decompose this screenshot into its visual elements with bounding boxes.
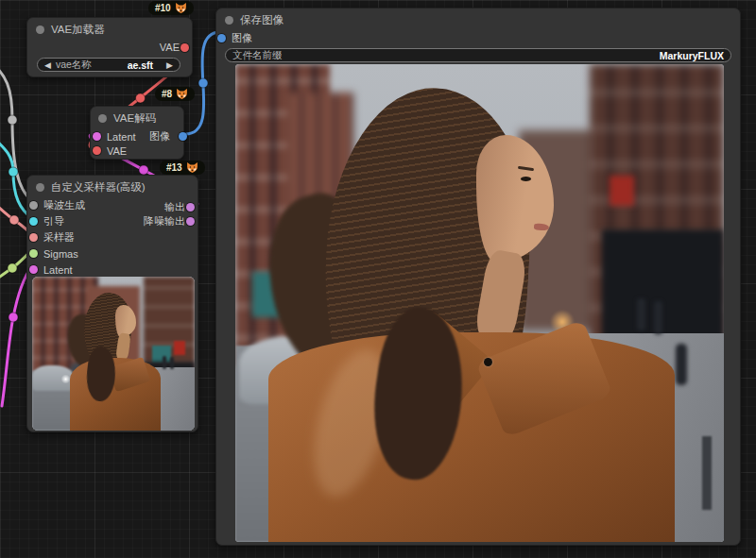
collapse-dot[interactable] [36,183,44,192]
badge-text: #13 [166,162,182,173]
output-label-image: 图像 [149,129,170,144]
output-slot-image[interactable] [179,132,187,141]
woman-lips [534,223,550,230]
combo-label: vae名称 [56,59,92,72]
input-slot-noise[interactable] [29,201,38,210]
input-label-latent: Latent [107,131,136,143]
node-sampler-custom-advanced[interactable]: 自定义采样器(高级) 噪波生成 引导 采样器 Sigmas Latent 输出 … [26,175,198,432]
node-id-badge-decode: #8 [155,87,195,101]
input-slot-guider[interactable] [29,217,38,226]
sampler-image-preview[interactable] [32,277,195,431]
badge-text: #8 [162,89,172,99]
combo-right-arrow[interactable]: ▶ [166,60,173,70]
link-dot-latent[interactable] [9,313,18,322]
pedestrian-2 [654,301,662,334]
output-label-denoised: 降噪输出 [144,214,185,228]
output-slot-denoised[interactable] [186,217,195,226]
input-slot-latent[interactable] [93,132,101,141]
link-dot-vae[interactable] [136,93,146,103]
link-dot-guider[interactable] [9,167,18,177]
fox-icon [175,3,187,13]
node-title: VAE加载器 [51,23,105,37]
pedestrian-1 [637,298,645,330]
storefront-dark-right [602,229,724,341]
input-slot-sampler[interactable] [29,233,38,242]
collapse-dot[interactable] [36,25,44,34]
node-id-badge-loader: #10 [148,1,194,15]
node-title: 自定义采样器(高级) [51,180,146,194]
filename-prefix-label: 文件名前缀 [232,49,283,62]
link-dot-noise[interactable] [8,115,17,125]
input-slot-vae[interactable] [93,146,101,155]
combo-left-arrow[interactable]: ◀ [44,60,51,70]
filename-prefix-value: MarkuryFLUX [660,50,724,61]
pedestrian-3 [676,344,687,385]
pedestrian-small-2 [170,357,174,369]
node-title: 保存图像 [240,13,284,27]
collapse-dot[interactable] [98,114,107,123]
link-dot-sampler[interactable] [9,215,19,225]
node-vae-loader[interactable]: VAE加载器 VAE ◀ vae名称 ae.sft ▶ [26,17,193,77]
node-id-badge-sampler: #13 [160,161,205,175]
input-label-sampler: 采样器 [43,230,75,245]
input-label-guider: 引导 [43,214,64,228]
input-label-sigmas: Sigmas [43,248,78,260]
output-slot-vae[interactable] [180,43,189,52]
input-label-noise: 噪波生成 [43,198,85,212]
output-label-output: 输出 [164,200,185,214]
bollard-2 [702,436,712,510]
fox-icon [176,89,188,99]
collapse-dot[interactable] [225,16,233,25]
pedestrian-small-1 [163,356,166,369]
combo-value: ae.sft [128,59,153,71]
jacket-button [484,358,492,366]
link-dot-image[interactable] [198,78,208,88]
output-label-vae: VAE [160,42,180,53]
saved-image-preview[interactable] [235,64,724,542]
sign-red [610,176,634,206]
link-dot-samples[interactable] [139,165,148,175]
output-slot-output[interactable] [186,203,195,211]
node-save-image[interactable]: 保存图像 图像 文件名前缀 MarkuryFLUX [215,8,741,546]
input-slot-latent[interactable] [29,265,38,274]
vae-name-combo[interactable]: ◀ vae名称 ae.sft ▶ [37,58,180,72]
link-dot-sigmas[interactable] [8,263,17,273]
input-slot-image[interactable] [217,34,226,42]
node-title: VAE解码 [113,111,156,126]
input-label-vae: VAE [107,145,127,157]
input-slot-sigmas[interactable] [29,249,38,258]
input-label-latent: Latent [43,264,73,276]
sign-red-small [174,341,185,355]
node-vae-decode[interactable]: VAE解码 Latent 图像 VAE [90,106,184,160]
woman-eye [521,177,531,181]
input-label-image: 图像 [232,31,252,45]
fox-icon [186,162,198,173]
badge-text: #10 [155,3,171,13]
filename-prefix-input[interactable]: 文件名前缀 MarkuryFLUX [225,48,731,62]
